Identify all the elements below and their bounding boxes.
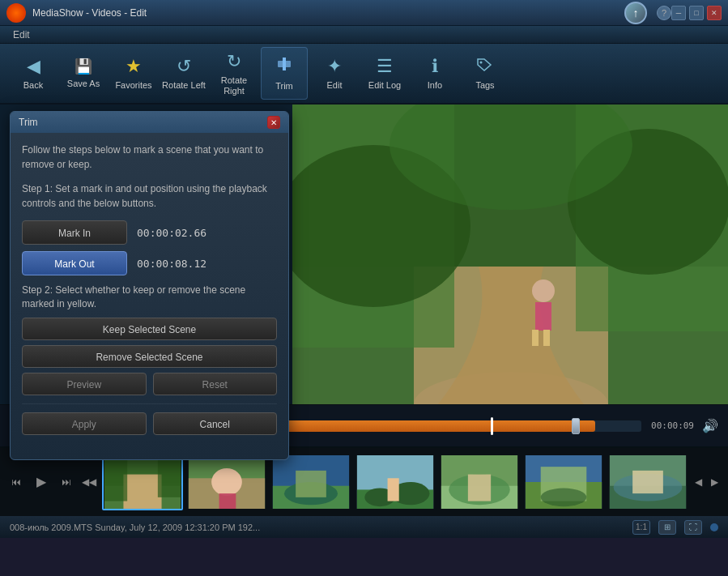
help-button[interactable]: ? [657,6,671,20]
fullscreen-icon[interactable]: ⛶ [684,520,702,535]
trim-separator [22,403,277,404]
trim-close-button[interactable]: ✕ [267,116,280,129]
trim-title: Trim [19,117,38,128]
svg-rect-1 [285,61,291,67]
svg-rect-23 [158,455,181,497]
skip-end-button[interactable]: ⏭ [57,472,76,492]
filmstrip-thumb-4[interactable] [355,454,436,510]
keep-scene-button[interactable]: Keep Selected Scene [22,318,277,340]
rotate-left-label: Rotate Left [162,80,206,90]
svg-point-4 [480,61,483,63]
edit-log-label: Edit Log [368,80,401,90]
reset-button[interactable]: Reset [153,373,278,395]
scrubber-marker [491,417,493,435]
filmstrip-thumb-5[interactable] [439,454,520,510]
trim-desc-1: Follow the steps below to mark a scene t… [22,143,277,172]
tags-icon [476,57,494,77]
update-button[interactable]: ↑ [624,2,647,24]
toolbar-rotate-right[interactable]: ↻ Rotate Right [211,47,258,100]
favorites-label: Favorites [115,80,151,90]
cancel-button[interactable]: Cancel [153,412,278,435]
menu-bar: Edit [0,26,728,44]
volume-icon[interactable]: 🔊 [702,418,718,433]
time-end: 00:00:09 [649,420,694,431]
filmstrip-thumb-3[interactable] [270,454,351,510]
video-preview [292,105,728,404]
rewind-button[interactable]: ◀◀ [79,472,99,492]
remove-scene-button[interactable]: Remove Selected Scene [22,345,277,368]
svg-rect-27 [219,493,236,509]
filmstrip-thumb-6[interactable] [523,454,604,510]
svg-rect-36 [388,478,399,501]
back-label: Back [23,80,43,90]
filmstrip-thumb-7[interactable] [607,454,688,510]
status-dot [710,523,718,531]
title-bar: MediaShow - Videos - Edit ↑ ? ─ □ ✕ [0,0,728,26]
status-text: 008-июль 2009.MTS Sunday, July 12, 2009 … [10,523,624,532]
star-icon: ★ [126,56,142,77]
filmstrip-thumb-2[interactable] [186,454,267,510]
apply-button[interactable]: Apply [22,412,147,435]
app-logo [6,3,26,23]
save-as-label: Save As [67,79,100,88]
mark-out-button[interactable]: Mark Out [22,251,127,275]
trim-body: Follow the steps below to mark a scene t… [11,133,288,450]
edit-icon: ✦ [327,56,342,77]
main-content: Trim ✕ Follow the steps below to mark a … [0,105,728,404]
play-button[interactable]: ▶ [29,470,53,494]
toolbar-save-as[interactable]: 💾 Save As [60,47,107,100]
skip-start-button[interactable]: ⏮ [6,472,26,492]
svg-point-26 [211,468,242,496]
mark-in-time: 00:00:02.66 [137,227,206,239]
toolbar-edit[interactable]: ✦ Edit [311,47,358,100]
trim-label: Trim [275,81,293,91]
filmstrip-left-arrow[interactable]: ◀ [692,472,705,492]
trim-desc-3: Step 2: Select whether to keep or remove… [22,284,277,311]
apply-cancel-row: Apply Cancel [22,412,277,435]
edit-log-icon: ☰ [377,56,393,77]
minimize-button[interactable]: ─ [671,6,686,20]
svg-rect-40 [468,474,491,501]
svg-rect-31 [296,470,326,497]
ratio-button[interactable]: 1:1 [632,520,650,535]
scrubber-handle[interactable] [572,418,580,434]
trim-dialog: Trim ✕ Follow the steps below to mark a … [10,111,289,460]
info-label: Info [428,80,442,90]
transport-controls: ⏮ ▶ ⏭ ◀◀ [6,470,99,494]
rotate-right-label: Rotate Right [211,75,257,95]
toolbar: ◀ Back 💾 Save As ★ Favorites ↺ Rotate Le… [0,44,728,105]
info-icon: ℹ [432,56,438,77]
video-frame [292,105,728,404]
mark-out-time: 00:00:08.12 [137,258,206,270]
status-bar: 008-июль 2009.MTS Sunday, July 12, 2009 … [0,515,728,538]
close-button[interactable]: ✕ [707,6,722,20]
menu-edit[interactable]: Edit [6,28,36,42]
mark-in-row: Mark In 00:00:02.66 [22,220,277,245]
mark-in-button[interactable]: Mark In [22,220,127,245]
mark-out-row: Mark Out 00:00:08.12 [22,251,277,275]
edit-label: Edit [327,80,343,90]
svg-rect-0 [278,61,283,67]
rotate-left-icon: ↺ [177,56,191,77]
trim-titlebar: Trim ✕ [11,112,288,133]
maximize-button[interactable]: □ [689,6,704,20]
filmstrip-thumb-1[interactable] [102,454,183,510]
svg-rect-22 [104,455,127,501]
window-controls: ─ □ ✕ [671,6,722,20]
toolbar-rotate-left[interactable]: ↺ Rotate Left [160,47,207,100]
toolbar-edit-log[interactable]: ☰ Edit Log [361,47,408,100]
trim-desc-2: Step 1: Set a mark in and out position u… [22,181,277,211]
toolbar-info[interactable]: ℹ Info [411,47,458,100]
rotate-right-icon: ↻ [227,51,241,72]
svg-point-44 [541,488,587,506]
toolbar-tags[interactable]: Tags [462,47,509,100]
fit-icon[interactable]: ⊞ [658,520,676,535]
preview-button[interactable]: Preview [22,373,147,395]
svg-rect-21 [123,474,161,508]
svg-rect-18 [292,105,728,404]
toolbar-back[interactable]: ◀ Back [10,47,57,100]
tags-label: Tags [475,80,494,90]
toolbar-favorites[interactable]: ★ Favorites [110,47,157,100]
filmstrip-right-arrow[interactable]: ▶ [709,472,722,492]
toolbar-trim[interactable]: Trim [261,47,308,100]
